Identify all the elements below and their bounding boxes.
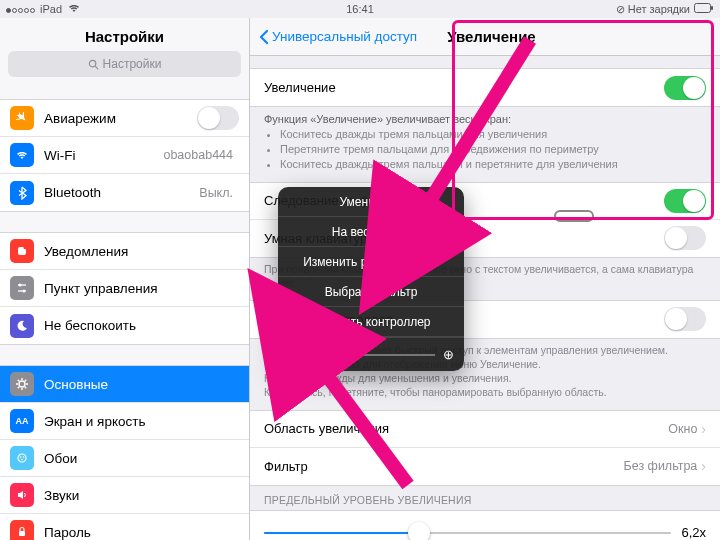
svg-rect-1	[711, 6, 713, 10]
svg-line-17	[18, 387, 19, 388]
svg-point-10	[19, 381, 25, 387]
svg-rect-24	[19, 531, 25, 536]
sidebar-item-notifications[interactable]: Уведомления	[0, 233, 249, 270]
bluetooth-value: Выкл.	[199, 186, 233, 200]
sidebar-group-3: Основные AA Экран и яркость Обои Звуки	[0, 365, 249, 540]
row-zoom-region[interactable]: Область увеличения Окно ›	[250, 411, 720, 448]
row-filter[interactable]: Фильтр Без фильтра ›	[250, 448, 720, 485]
popup-item-show-controller[interactable]: Показать контроллер	[278, 307, 464, 337]
sidebar-item-label: Пароль	[44, 525, 239, 540]
detail-title: Увеличение	[447, 28, 536, 45]
sidebar-item-general[interactable]: Основные	[0, 366, 249, 403]
instr-item: Коснитесь дважды тремя пальцами и перетя…	[280, 157, 706, 172]
sidebar-item-display[interactable]: AA Экран и яркость	[0, 403, 249, 440]
moon-icon	[10, 314, 34, 338]
chevron-right-icon: ›	[701, 421, 706, 437]
sidebar-title: Настройки	[0, 18, 249, 51]
svg-rect-0	[695, 4, 711, 13]
instr-item: Перетяните тремя пальцами для передвижен…	[280, 142, 706, 157]
wifi-app-icon	[10, 143, 34, 167]
svg-point-5	[24, 246, 28, 250]
popup-label: На весь экран	[332, 225, 411, 239]
sidebar-item-label: Не беспокоить	[44, 318, 239, 333]
bluetooth-icon	[10, 181, 34, 205]
sidebar-item-airplane[interactable]: Авиарежим	[0, 100, 249, 137]
svg-line-18	[25, 380, 26, 381]
svg-point-9	[23, 290, 26, 293]
chevron-left-icon	[258, 29, 269, 45]
search-placeholder: Настройки	[103, 57, 162, 71]
svg-point-2	[89, 60, 95, 66]
popup-label: Показать контроллер	[312, 315, 431, 329]
svg-point-23	[21, 459, 23, 461]
search-input[interactable]: Настройки	[8, 51, 241, 77]
sidebar-item-wallpaper[interactable]: Обои	[0, 440, 249, 477]
popup-item-resize-lens[interactable]: Изменить размер линзы	[278, 247, 464, 277]
status-time: 16:41	[346, 3, 374, 15]
instr-item: Коснитесь дважды тремя пальцами для увел…	[280, 127, 706, 142]
sidebar-item-dnd[interactable]: Не беспокоить	[0, 307, 249, 344]
popup-label: Выбрать фильтр	[325, 285, 418, 299]
speaker-icon	[10, 483, 34, 507]
popup-item-fullscreen[interactable]: На весь экран	[278, 217, 464, 247]
row-zoom[interactable]: Увеличение	[250, 69, 720, 106]
zoom-toggle[interactable]	[664, 76, 706, 100]
battery-icon	[694, 3, 714, 15]
detail-header: Универсальный доступ Увеличение	[250, 18, 720, 56]
sidebar-group-2: Уведомления Пункт управления Не беспокои…	[0, 232, 249, 345]
popup-item-choose-filter[interactable]: Выбрать фильтр	[278, 277, 464, 307]
row-value: Окно	[668, 422, 697, 436]
display-icon: AA	[10, 409, 34, 433]
svg-line-15	[18, 380, 19, 381]
sidebar-item-label: Wi-Fi	[44, 148, 163, 163]
popup-label: Уменьшить	[340, 195, 403, 209]
row-label: Фильтр	[264, 459, 624, 474]
airplane-toggle[interactable]	[197, 106, 239, 130]
zoom-pill-handle[interactable]	[554, 210, 594, 222]
sidebar-item-label: Звуки	[44, 488, 239, 503]
sidebar-item-label: Bluetooth	[44, 185, 199, 200]
limit-value: 6,2x	[681, 525, 706, 540]
battery-text: ⊘ Нет зарядки	[616, 3, 690, 16]
svg-point-7	[19, 284, 22, 287]
controller-toggle[interactable]	[664, 307, 706, 331]
svg-line-3	[95, 66, 98, 69]
sidebar-group-1: Авиарежим Wi-Fi obaobab444 Bluetooth Вык…	[0, 99, 249, 212]
signal-dots	[6, 3, 36, 15]
follow-toggle[interactable]	[664, 189, 706, 213]
gear-icon	[10, 372, 34, 396]
zoom-limit-slider[interactable]	[264, 532, 671, 534]
lock-icon	[10, 520, 34, 540]
instr-head: Функция «Увеличение» увеличивает весь эк…	[264, 113, 706, 125]
sidebar-item-label: Основные	[44, 377, 239, 392]
sidebar-item-label: Авиарежим	[44, 111, 197, 126]
popup-zoom-slider[interactable]: ⊖ ⊕	[278, 337, 464, 371]
device-name: iPad	[40, 3, 62, 15]
svg-point-22	[23, 456, 25, 458]
wifi-value: obaobab444	[163, 148, 233, 162]
search-icon	[88, 59, 99, 70]
sidebar-item-bluetooth[interactable]: Bluetooth Выкл.	[0, 174, 249, 211]
sidebar-item-sounds[interactable]: Звуки	[0, 477, 249, 514]
sidebar-item-wifi[interactable]: Wi-Fi obaobab444	[0, 137, 249, 174]
zoom-instructions: Функция «Увеличение» увеличивает весь эк…	[250, 107, 720, 182]
sidebar-item-passcode[interactable]: Пароль	[0, 514, 249, 540]
keyboard-toggle[interactable]	[664, 226, 706, 250]
svg-point-21	[20, 456, 22, 458]
svg-line-16	[25, 387, 26, 388]
row-label: Увеличение	[264, 80, 664, 95]
airplane-icon	[10, 106, 34, 130]
back-button[interactable]: Универсальный доступ	[258, 29, 417, 45]
wallpaper-icon	[10, 446, 34, 470]
zoom-menu-popup: Уменьшить На весь экран Изменить размер …	[278, 187, 464, 371]
limit-label: ПРЕДЕЛЬНЫЙ УРОВЕНЬ УВЕЛИЧЕНИЯ	[250, 486, 720, 510]
wifi-icon	[68, 3, 80, 15]
popup-item-reduce[interactable]: Уменьшить	[278, 187, 464, 217]
svg-point-20	[18, 454, 26, 462]
minus-icon: ⊖	[288, 347, 299, 362]
sidebar-item-controlcenter[interactable]: Пункт управления	[0, 270, 249, 307]
controlcenter-icon	[10, 276, 34, 300]
sidebar-item-label: Экран и яркость	[44, 414, 239, 429]
plus-icon: ⊕	[443, 347, 454, 362]
row-value: Без фильтра	[624, 459, 698, 473]
